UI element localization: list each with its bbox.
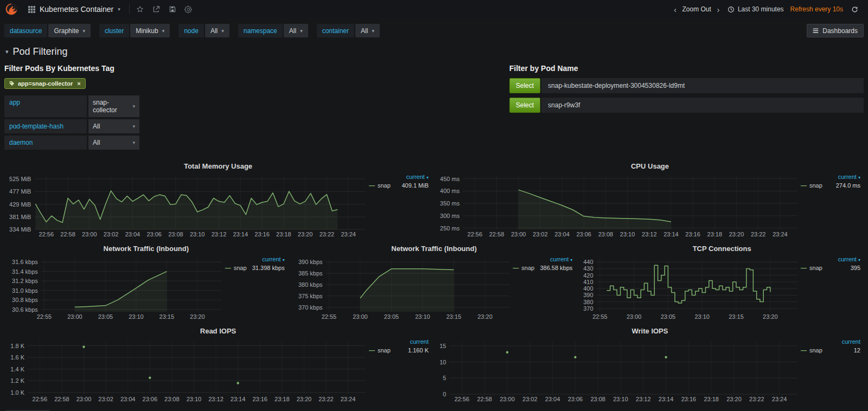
series-color-swatch[interactable]: — [369, 347, 375, 354]
svg-text:390: 390 [584, 292, 593, 298]
gear-icon [184, 5, 193, 14]
tag-value-dropdown[interactable]: snap-collector▾ [88, 95, 139, 117]
panel-title[interactable]: CPU Usage [436, 160, 864, 172]
save-button[interactable] [165, 2, 180, 16]
svg-text:23:05: 23:05 [98, 313, 113, 320]
svg-text:1.8 K: 1.8 K [10, 343, 24, 349]
svg-text:23:06: 23:06 [576, 231, 591, 237]
clock-icon [727, 6, 735, 13]
series-name[interactable]: snap [809, 265, 822, 271]
svg-text:420: 420 [584, 272, 593, 279]
legend-sort-current[interactable]: current [369, 338, 429, 345]
series-name[interactable]: snap [809, 347, 822, 354]
select-pod-button[interactable]: Select [509, 98, 540, 113]
var-value-dropdown[interactable]: All▾ [284, 24, 308, 37]
graph-plot[interactable]: 22:5622:5823:0023:0223:0423:0623:0823:10… [436, 172, 801, 239]
series-color-swatch[interactable]: — [801, 182, 807, 189]
svg-text:300 ms: 300 ms [440, 213, 460, 219]
tag-key-link[interactable]: app [4, 95, 87, 117]
tag-key-link[interactable]: daemon [4, 136, 87, 150]
series-current-value: 395 [851, 265, 860, 271]
graph-plot[interactable]: 22:5622:5823:0023:0223:0423:0623:0823:10… [4, 337, 369, 403]
tag-value-dropdown[interactable]: All▾ [88, 119, 139, 133]
legend-sort-current[interactable]: current ▾ [369, 174, 429, 180]
svg-text:23:18: 23:18 [704, 396, 719, 402]
legend-sort-current[interactable]: current ▾ [513, 256, 572, 262]
graph-plot[interactable]: 22:5523:0023:0523:1023:1523:20390 kbps38… [292, 254, 513, 321]
dashboard-picker[interactable]: Kubernetes Container ▾ [23, 0, 126, 18]
var-label[interactable]: namespace [238, 24, 283, 37]
var-value-dropdown[interactable]: All▾ [355, 24, 380, 37]
series-color-swatch[interactable]: — [801, 265, 807, 271]
graph-plot[interactable]: 22:5622:5823:0023:0223:0423:0623:0823:10… [4, 172, 369, 239]
svg-text:23:24: 23:24 [773, 231, 788, 237]
panel-title[interactable]: Total Memory Usage [4, 160, 432, 172]
time-shift-back-button[interactable]: ‹ [671, 5, 680, 14]
var-value-dropdown[interactable]: Minikub▾ [130, 24, 170, 37]
var-label[interactable]: node [178, 24, 204, 37]
svg-text:31.4 kbps: 31.4 kbps [12, 268, 38, 275]
dashboards-button[interactable]: Dashboards [807, 24, 864, 37]
panel-title[interactable]: Network Traffic (Inbound) [4, 243, 288, 254]
panel-write-iops: Write IOPS 22:5622:5823:0023:0223:0423:0… [436, 325, 864, 403]
svg-text:23:00: 23:00 [500, 396, 515, 402]
time-range-picker[interactable]: Last 30 minutes Refresh every 10s [724, 5, 846, 13]
select-pod-button[interactable]: Select [509, 78, 540, 93]
panel-title[interactable]: Write IOPS [436, 325, 864, 337]
close-icon[interactable]: × [77, 80, 80, 87]
svg-text:23:22: 23:22 [318, 396, 334, 402]
share-button[interactable] [149, 2, 163, 16]
tag-icon [9, 81, 15, 86]
panel-title[interactable]: Read IOPS [4, 325, 432, 337]
legend-sort-current[interactable]: current ▾ [225, 256, 285, 262]
var-label[interactable]: datasource [4, 24, 47, 37]
var-label[interactable]: cluster [99, 24, 129, 37]
panel-title[interactable]: TCP Connections [580, 243, 864, 254]
series-name[interactable]: snap [234, 265, 247, 271]
svg-text:22:56: 22:56 [33, 396, 48, 402]
panel-title[interactable]: Network Traffic (Inbound) [292, 243, 576, 254]
var-value-dropdown[interactable]: All▾ [205, 24, 229, 37]
legend-sort-current[interactable]: current ▾ [801, 174, 860, 180]
legend-sort-current[interactable]: current [801, 338, 860, 345]
tag-value-dropdown[interactable]: All▾ [88, 136, 139, 150]
var-value-dropdown[interactable]: Graphite▾ [48, 24, 91, 37]
tag-badge-app-snap-collector[interactable]: app=snap-collector × [4, 78, 86, 89]
var-label[interactable]: container [317, 24, 354, 37]
series-name[interactable]: snap [521, 265, 534, 271]
series-name[interactable]: snap [809, 182, 822, 189]
template-var-cluster: cluster Minikub▾ [99, 24, 170, 37]
refresh-button[interactable] [847, 2, 861, 16]
row-header-pod-filtering[interactable]: ▾ Pod Filtering [0, 42, 868, 61]
svg-text:23:20: 23:20 [726, 396, 742, 402]
svg-text:23:00: 23:00 [67, 313, 82, 320]
series-color-swatch[interactable]: — [513, 265, 519, 271]
legend-sort-current[interactable]: current ▾ [801, 256, 860, 262]
time-shift-forward-button[interactable]: › [713, 5, 723, 14]
svg-text:23:12: 23:12 [642, 231, 657, 237]
graph-legend: current ▾ — snap 31.398 kbps [225, 254, 288, 321]
dashboard-actions [133, 2, 196, 16]
series-color-swatch[interactable]: — [801, 347, 807, 354]
graph-plot[interactable]: 22:5523:0023:0523:1023:1523:204404304204… [580, 254, 801, 321]
var-value: All [361, 27, 368, 35]
settings-button[interactable] [182, 2, 196, 16]
star-button[interactable] [133, 2, 147, 16]
series-name[interactable]: snap [378, 182, 391, 189]
series-name[interactable]: snap [378, 347, 391, 354]
zoom-out-button[interactable]: Zoom Out [681, 5, 712, 13]
series-color-swatch[interactable]: — [225, 265, 231, 271]
graph-plot[interactable]: 22:5523:0023:0523:1023:1523:2031.6 kbps3… [4, 254, 225, 321]
tag-filter-row: pod-template-hash All▾ [4, 119, 503, 133]
svg-text:23:22: 23:22 [751, 231, 766, 237]
chevron-down-icon: ▾ [858, 175, 860, 180]
svg-text:23:02: 23:02 [104, 231, 119, 237]
panel-network-traffic-inbound-2: Network Traffic (Inbound) 22:5523:0023:0… [292, 243, 576, 321]
grafana-logo[interactable] [0, 0, 23, 18]
tag-key-link[interactable]: pod-template-hash [4, 119, 87, 133]
svg-text:22:56: 22:56 [455, 396, 470, 402]
svg-text:23:04: 23:04 [554, 231, 570, 237]
graph-plot[interactable]: 22:5622:5823:0023:0223:0423:0623:0823:10… [436, 337, 801, 403]
series-color-swatch[interactable]: — [369, 182, 375, 189]
svg-text:1.0 K: 1.0 K [10, 389, 24, 396]
